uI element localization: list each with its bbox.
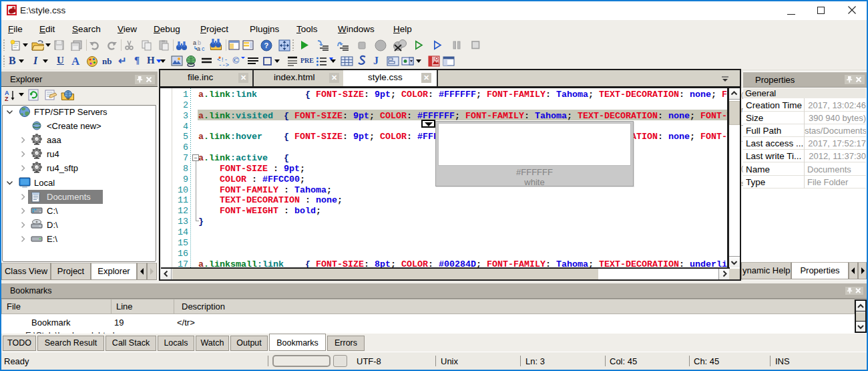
svg-text:Z: Z [5, 96, 9, 102]
svg-text:?: ? [264, 41, 269, 49]
svg-text:a: a [193, 39, 196, 46]
svg-text:-->: --> [218, 62, 229, 68]
svg-text:a: a [197, 45, 200, 51]
svg-text:c: c [202, 45, 205, 51]
